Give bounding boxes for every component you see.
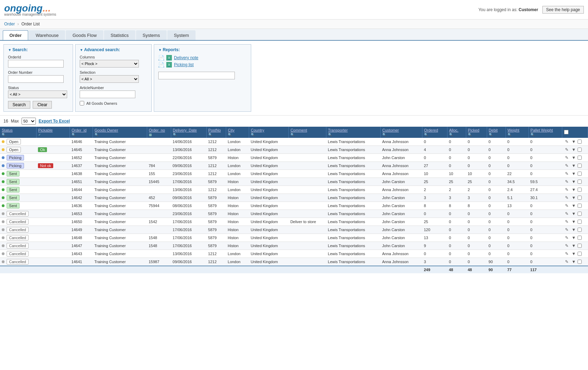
- orderid-input[interactable]: [8, 60, 64, 68]
- edit-icon[interactable]: ✎: [564, 179, 570, 184]
- table-row: Cancelled 14649 Training Customer 17/06/…: [0, 226, 588, 234]
- cell-actions: ✎ ▼: [562, 210, 588, 218]
- edit-icon[interactable]: ✎: [564, 195, 570, 200]
- select-all-checkbox[interactable]: [564, 130, 569, 134]
- tab-system[interactable]: System: [167, 30, 196, 40]
- clear-button[interactable]: Clear: [33, 101, 52, 109]
- row-checkbox[interactable]: [578, 204, 582, 208]
- cell-ordered: 0: [422, 138, 447, 146]
- edit-icon[interactable]: ✎: [564, 155, 570, 160]
- row-checkbox[interactable]: [578, 148, 582, 152]
- cell-orderid: 14646: [70, 138, 93, 146]
- cell-customer: Anna Johnsson: [380, 186, 422, 194]
- copy-icon[interactable]: ▼: [571, 243, 577, 249]
- edit-icon[interactable]: ✎: [564, 259, 570, 265]
- all-goods-owners-checkbox[interactable]: [80, 101, 84, 105]
- col-header-comment: Comment🔍: [288, 127, 326, 138]
- cell-comment: Deliver to store: [288, 218, 326, 226]
- export-excel-link[interactable]: Export To Excel: [39, 119, 70, 124]
- selection-select[interactable]: < All > < Selected >: [80, 75, 139, 83]
- cell-transporter: Lewis Transportations: [326, 250, 380, 258]
- row-checkbox[interactable]: [578, 156, 582, 160]
- status-dot: [2, 156, 5, 159]
- copy-icon[interactable]: ▼: [571, 235, 577, 241]
- row-checkbox[interactable]: [578, 260, 582, 264]
- tab-warehouse[interactable]: Warehouse: [29, 30, 65, 40]
- tab-goods-flow[interactable]: Goods Flow: [66, 30, 103, 40]
- edit-icon[interactable]: ✎: [564, 163, 570, 168]
- tab-statistics[interactable]: Statistics: [104, 30, 135, 40]
- advanced-search-header[interactable]: Advanced search:: [80, 47, 147, 52]
- edit-icon[interactable]: ✎: [564, 219, 570, 225]
- row-checkbox[interactable]: [578, 196, 582, 200]
- row-checkbox[interactable]: [578, 252, 582, 256]
- cell-customer: John Carston: [380, 218, 422, 226]
- edit-icon[interactable]: ✎: [564, 243, 570, 249]
- copy-icon[interactable]: ▼: [571, 171, 577, 176]
- cell-city: London: [226, 146, 249, 154]
- tab-order[interactable]: Order: [3, 30, 28, 40]
- edit-icon[interactable]: ✎: [564, 171, 570, 176]
- copy-icon[interactable]: ▼: [571, 195, 577, 200]
- row-checkbox[interactable]: [578, 236, 582, 240]
- edit-icon[interactable]: ✎: [564, 147, 570, 152]
- ordernumber-input[interactable]: [8, 75, 64, 83]
- tab-systems[interactable]: Systems: [136, 30, 167, 40]
- search-panel-header[interactable]: Search:: [8, 47, 69, 52]
- row-checkbox[interactable]: [578, 228, 582, 232]
- copy-icon[interactable]: ▼: [571, 251, 577, 257]
- cell-customer: Anna Johnsson: [380, 138, 422, 146]
- copy-icon[interactable]: ▼: [571, 139, 577, 144]
- status-badge: Cancelled: [7, 243, 29, 249]
- row-checkbox[interactable]: [578, 172, 582, 176]
- copy-icon[interactable]: ▼: [571, 147, 577, 152]
- status-select[interactable]: < All > Open Picking Sent Cancelled: [8, 90, 67, 98]
- cell-orderid: 14645: [70, 146, 93, 154]
- copy-icon[interactable]: ▼: [571, 203, 577, 208]
- orderid-group: OrderId: [8, 55, 69, 68]
- reports-panel-header[interactable]: Reports:: [158, 47, 247, 52]
- search-button[interactable]: Search: [8, 101, 30, 109]
- edit-icon[interactable]: ✎: [564, 203, 570, 208]
- delivery-note-link[interactable]: 📄 X Delivery note: [158, 55, 247, 61]
- help-button[interactable]: See the help page: [542, 6, 584, 14]
- max-label: Max: [11, 119, 19, 124]
- max-select[interactable]: 25 50 100 200: [22, 118, 36, 125]
- cell-postno: 5879: [206, 210, 226, 218]
- columns-select[interactable]: < Plock > < All > < Custom >: [80, 60, 139, 68]
- copy-icon[interactable]: ▼: [571, 155, 577, 160]
- copy-icon[interactable]: ▼: [571, 187, 577, 192]
- cell-comment: [288, 146, 326, 154]
- row-checkbox[interactable]: [578, 164, 582, 168]
- edit-icon[interactable]: ✎: [564, 251, 570, 257]
- copy-icon[interactable]: ▼: [571, 163, 577, 168]
- copy-icon[interactable]: ▼: [571, 219, 577, 225]
- breadcrumb-order[interactable]: Order: [4, 22, 15, 26]
- col-header-pickable: Pickable✓: [36, 127, 70, 138]
- row-checkbox[interactable]: [578, 220, 582, 224]
- articlenumber-input[interactable]: [80, 90, 135, 98]
- edit-icon[interactable]: ✎: [564, 187, 570, 192]
- row-checkbox[interactable]: [578, 188, 582, 192]
- copy-icon[interactable]: ▼: [571, 211, 577, 217]
- table-footer-row: 249 48 48 90 77 117: [0, 266, 588, 273]
- edit-icon[interactable]: ✎: [564, 211, 570, 217]
- row-checkbox[interactable]: [578, 180, 582, 184]
- cell-status: Cancelled: [0, 250, 36, 258]
- cell-orderno: 452: [147, 194, 171, 202]
- copy-icon[interactable]: ▼: [571, 227, 577, 233]
- cell-postno: 1212: [206, 170, 226, 178]
- report-input[interactable]: [158, 72, 235, 79]
- edit-icon[interactable]: ✎: [564, 227, 570, 233]
- cell-debit: 0: [487, 178, 506, 186]
- copy-icon[interactable]: ▼: [571, 179, 577, 184]
- cell-orderno: 1548: [147, 234, 171, 242]
- col-header-transporter: Transporter🔍: [326, 127, 380, 138]
- row-checkbox[interactable]: [578, 244, 582, 248]
- edit-icon[interactable]: ✎: [564, 235, 570, 241]
- picking-list-link[interactable]: 📄 X Picking list: [158, 62, 247, 68]
- copy-icon[interactable]: ▼: [571, 259, 577, 265]
- row-checkbox[interactable]: [578, 140, 582, 144]
- edit-icon[interactable]: ✎: [564, 139, 570, 144]
- row-checkbox[interactable]: [578, 212, 582, 216]
